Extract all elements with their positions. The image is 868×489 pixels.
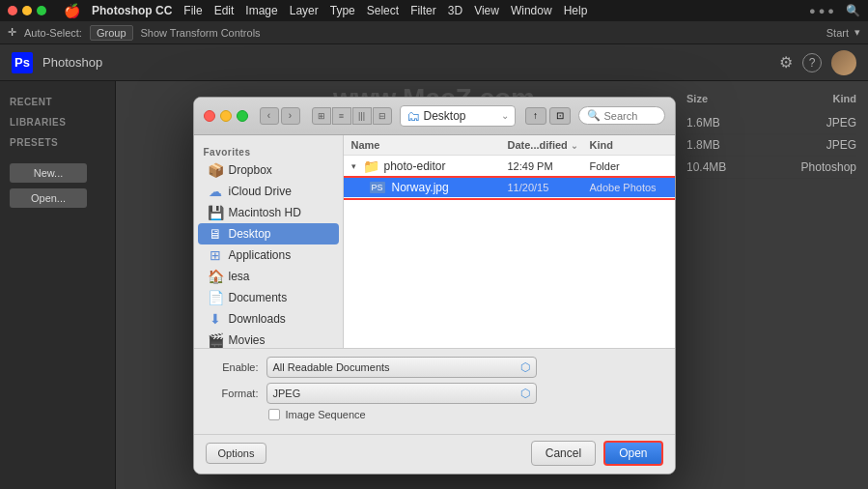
- search-input[interactable]: [604, 110, 662, 122]
- movies-icon: 🎬: [208, 332, 223, 348]
- search-box[interactable]: 🔍: [578, 106, 665, 125]
- sidebar-item-applications[interactable]: ⊞ Applications: [198, 244, 339, 266]
- location-bar[interactable]: 🗂 Desktop ⌄: [400, 105, 516, 127]
- menu-select[interactable]: Select: [367, 4, 399, 17]
- sidebar-machd-label: Macintosh HD: [229, 206, 301, 219]
- enable-label: Enable:: [206, 361, 259, 373]
- menu-filter[interactable]: Filter: [410, 4, 436, 17]
- sidebar-documents-label: Documents: [229, 291, 288, 304]
- forward-button[interactable]: ›: [281, 107, 300, 125]
- menu-layer[interactable]: Layer: [290, 4, 319, 17]
- file-sidebar: Favorites 📦 Dropbox ☁ iCloud Drive 💾 Mac…: [194, 135, 344, 348]
- dropbox-icon: 📦: [208, 162, 223, 178]
- footer-right-buttons: Cancel Open: [531, 441, 663, 466]
- enable-row: Enable: All Readable Documents ⬡: [206, 357, 663, 378]
- modal-close-button[interactable]: [204, 110, 215, 122]
- modal-controls: Enable: All Readable Documents ⬡ Format:…: [194, 348, 675, 434]
- name-column-header[interactable]: Name: [351, 139, 508, 151]
- file-date-1: 11/20/15: [508, 182, 590, 193]
- format-value: JPEG: [273, 388, 301, 399]
- format-dropdown[interactable]: JPEG ⬡: [266, 383, 537, 404]
- modal-nav-buttons: ‹ ›: [260, 107, 300, 125]
- modal-zoom-button[interactable]: [237, 110, 248, 122]
- sidebar-item-dropbox[interactable]: 📦 Dropbox: [198, 159, 339, 181]
- file-kind-0: Folder: [590, 160, 667, 172]
- sidebar-dropbox-label: Dropbox: [229, 163, 272, 177]
- sidebar-item-movies[interactable]: 🎬 Movies: [198, 330, 339, 348]
- search-icon: 🔍: [587, 109, 601, 122]
- ps-logo: Ps: [12, 52, 33, 73]
- format-row: Format: JPEG ⬡: [206, 383, 663, 404]
- start-label: Start: [826, 27, 849, 39]
- sidebar-item-documents[interactable]: 📄 Documents: [198, 287, 339, 308]
- format-dropdown-arrow: ⬡: [520, 387, 530, 400]
- ps-options-toolbar: ✛ Auto-Select: Group Show Transform Cont…: [0, 21, 868, 44]
- help-icon[interactable]: ?: [802, 53, 822, 72]
- home-icon: 🏠: [208, 269, 223, 284]
- file-list-header: Name Date...dified ⌄ Kind: [344, 135, 675, 156]
- modal-titlebar: ‹ › ⊞ ≡ ||| ⊟ 🗂 Desktop ⌄ ↑ ⊡: [194, 98, 675, 135]
- favorites-label: Favorites: [194, 143, 343, 159]
- sidebar-item-desktop[interactable]: 🖥 Desktop: [198, 223, 339, 244]
- start-dropdown-icon[interactable]: ▾: [854, 26, 860, 39]
- file-row-norway[interactable]: PS Norway.jpg 11/20/15 Adobe Photos: [344, 178, 675, 198]
- sidebar-item-macintosh-hd[interactable]: 💾 Macintosh HD: [198, 202, 339, 223]
- minimize-button[interactable]: [22, 6, 32, 15]
- modal-view-buttons: ⊞ ≡ ||| ⊟: [312, 107, 392, 125]
- sidebar-item-icloud[interactable]: ☁ iCloud Drive: [198, 181, 339, 202]
- ps-app-title: Photoshop: [42, 55, 102, 70]
- settings-icon[interactable]: ⚙: [779, 53, 793, 72]
- modal-minimize-button[interactable]: [220, 110, 232, 122]
- sidebar-item-home[interactable]: 🏠 lesa: [198, 266, 339, 287]
- file-list-area: Name Date...dified ⌄ Kind ▾ 📁 photo-edit…: [344, 135, 675, 348]
- menu-help[interactable]: Help: [564, 4, 588, 17]
- back-button[interactable]: ‹: [260, 107, 279, 125]
- ps-header-right: ⚙ ?: [779, 50, 856, 75]
- file-row-photo-editor[interactable]: ▾ 📁 photo-editor 12:49 PM Folder: [344, 156, 675, 178]
- icon-view-button[interactable]: ⊞: [312, 107, 331, 125]
- menu-type[interactable]: Type: [330, 4, 355, 17]
- location-text: Desktop: [424, 109, 466, 123]
- list-view-button[interactable]: ≡: [332, 107, 351, 125]
- sidebar-toggle-button[interactable]: ⊡: [549, 107, 571, 125]
- sidebar-downloads-label: Downloads: [229, 312, 286, 326]
- open-button[interactable]: Open: [603, 441, 662, 466]
- menu-edit[interactable]: Edit: [214, 4, 235, 17]
- user-avatar[interactable]: [831, 50, 856, 75]
- main-content: www.MacZ.com RECENT LIBRARIES PRESETS Ne…: [0, 81, 868, 489]
- desktop-icon: 🖥: [208, 226, 223, 242]
- menu-file[interactable]: File: [183, 4, 202, 17]
- close-button[interactable]: [8, 6, 17, 15]
- menu-3d[interactable]: 3D: [448, 4, 462, 17]
- search-icon[interactable]: 🔍: [846, 4, 860, 17]
- enable-dropdown[interactable]: All Readable Documents ⬡: [266, 357, 537, 378]
- location-dropdown-icon[interactable]: ⌄: [501, 110, 509, 121]
- sidebar-movies-label: Movies: [229, 333, 266, 347]
- menu-view[interactable]: View: [474, 4, 499, 17]
- image-sequence-checkbox[interactable]: [268, 409, 280, 420]
- sidebar-item-downloads[interactable]: ⬇ Downloads: [198, 308, 339, 330]
- downloads-icon: ⬇: [208, 311, 223, 327]
- show-transform-label[interactable]: Show Transform Controls: [141, 27, 261, 39]
- share-button[interactable]: ↑: [525, 107, 546, 125]
- move-tool-icon: ✛: [8, 26, 16, 39]
- modal-overlay: ‹ › ⊞ ≡ ||| ⊟ 🗂 Desktop ⌄ ↑ ⊡: [0, 81, 868, 489]
- format-label: Format:: [206, 388, 259, 399]
- options-button[interactable]: Options: [206, 443, 267, 464]
- documents-icon: 📄: [208, 290, 223, 305]
- cancel-button[interactable]: Cancel: [531, 441, 596, 466]
- menu-photoshop-cc[interactable]: Photoshop CC: [92, 4, 172, 17]
- date-column-header[interactable]: Date...dified ⌄: [508, 139, 590, 151]
- disclosure-triangle[interactable]: ▾: [351, 161, 356, 171]
- open-file-dialog: ‹ › ⊞ ≡ ||| ⊟ 🗂 Desktop ⌄ ↑ ⊡: [193, 97, 676, 475]
- maximize-button[interactable]: [37, 6, 46, 15]
- column-view-button[interactable]: |||: [352, 107, 372, 125]
- apple-menu[interactable]: 🍎: [64, 3, 80, 18]
- menu-window[interactable]: Window: [511, 4, 552, 17]
- auto-select-dropdown[interactable]: Group: [90, 25, 133, 41]
- kind-column-header[interactable]: Kind: [590, 139, 667, 151]
- folder-icon: 📁: [363, 158, 379, 174]
- traffic-lights: [8, 6, 46, 15]
- menu-image[interactable]: Image: [245, 4, 277, 17]
- cover-flow-button[interactable]: ⊟: [373, 107, 392, 125]
